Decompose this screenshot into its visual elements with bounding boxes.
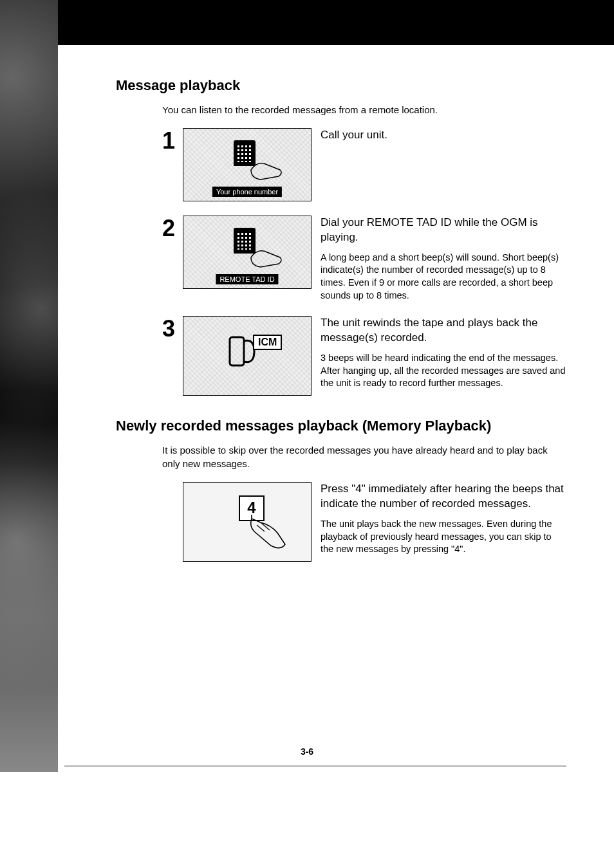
page-number: 3-6: [0, 746, 614, 757]
illustration-dial-remote: REMOTE TAD ID: [183, 216, 312, 289]
scan-artifact-bottom-line: [64, 766, 566, 766]
step-lead-text: Press "4" immediately after hearing the …: [321, 482, 566, 512]
step-number: 2: [162, 217, 180, 240]
hand-pressing-icon: [245, 513, 290, 552]
illustration-icm-playback: ICM: [183, 316, 312, 396]
hand-icon: [248, 245, 286, 270]
illustration-caption: Your phone number: [212, 187, 282, 197]
illustration-call-unit: Your phone number: [183, 128, 312, 201]
section-heading-memory-playback: Newly recorded messages playback (Memory…: [116, 418, 566, 434]
scan-artifact-left: [0, 0, 58, 772]
step-1: 1 Your phone number Call your unit.: [162, 128, 566, 201]
step-detail-text: 3 beeps will be heard indicating the end…: [321, 352, 566, 390]
section-intro: You can listen to the recorded messages …: [162, 103, 566, 116]
step-lead-text: The unit rewinds the tape and plays back…: [321, 316, 566, 346]
step-number: 1: [162, 129, 180, 152]
step-number: 3: [162, 317, 180, 340]
page-content: Message playback You can listen to the r…: [116, 77, 566, 562]
icm-label: ICM: [253, 335, 282, 350]
svg-line-1: [257, 525, 265, 531]
hand-icon: [248, 157, 286, 183]
step-lead-text: Dial your REMOTE TAD ID while the OGM is…: [321, 216, 566, 245]
section-heading-message-playback: Message playback: [116, 77, 566, 94]
step-2: 2 REMOTE TAD ID Dial your REMOTE TAD ID …: [162, 216, 566, 302]
section-intro: It is possible to skip over the recorded…: [162, 443, 566, 470]
step-3: 3 ICM The unit rewinds the tape and play…: [162, 316, 566, 396]
illustration-caption: REMOTE TAD ID: [216, 274, 278, 284]
step-detail-text: The unit plays back the new messages. Ev…: [321, 518, 566, 556]
svg-rect-0: [230, 337, 244, 365]
illustration-press-4: 4: [183, 482, 312, 562]
step-lead-text: Call your unit.: [321, 128, 566, 143]
step-detail-text: A long beep and a short beep(s) will sou…: [321, 252, 566, 302]
memory-playback-step: 4 Press "4" immediately after hearing th…: [162, 482, 566, 562]
scan-artifact-top: [0, 0, 614, 45]
